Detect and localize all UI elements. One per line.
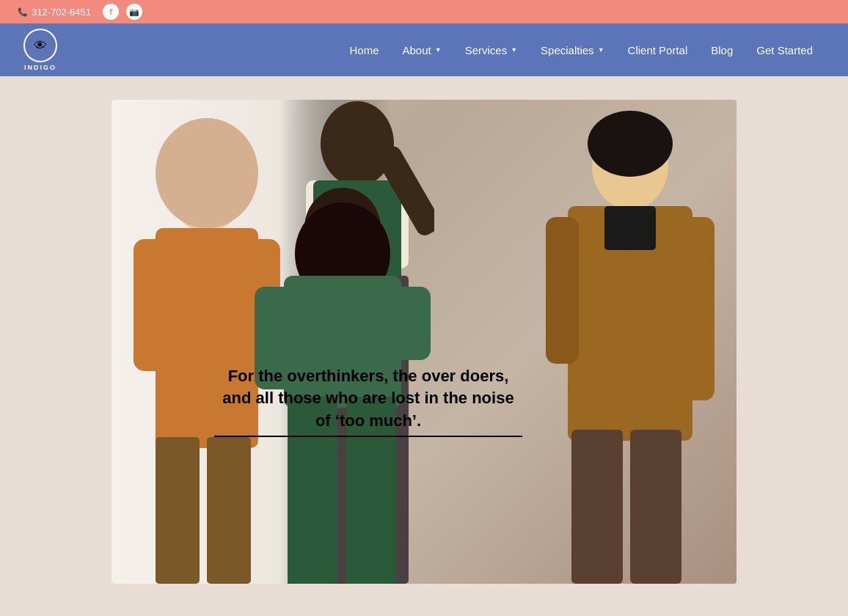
svg-rect-23	[546, 217, 579, 364]
svg-point-1	[156, 118, 258, 228]
nav-get-started[interactable]: Get Started	[745, 23, 825, 76]
nav-about[interactable]: About ▼	[391, 23, 453, 76]
svg-rect-27	[630, 430, 681, 584]
svg-rect-17	[390, 287, 431, 360]
navbar: 👁 INDIGO Home About ▼ Services ▼ Special…	[0, 23, 848, 76]
hero-headline: For the overthinkers, the over doers, an…	[214, 365, 522, 437]
hero-text-overlay: For the overthinkers, the over doers, an…	[214, 365, 522, 437]
svg-rect-26	[571, 430, 623, 584]
svg-rect-6	[207, 437, 251, 584]
nav-client-portal[interactable]: Client Portal	[616, 23, 700, 76]
nav-home[interactable]: Home	[337, 23, 390, 76]
specialties-chevron-icon: ▼	[598, 46, 604, 54]
person-4-silhouette	[546, 100, 714, 584]
services-chevron-icon: ▼	[511, 46, 517, 54]
instagram-icon[interactable]: 📷	[126, 4, 142, 20]
logo-text: INDIGO	[24, 64, 56, 71]
logo[interactable]: 👁 INDIGO	[23, 29, 57, 71]
svg-rect-24	[681, 217, 714, 400]
nav-services[interactable]: Services ▼	[453, 23, 529, 76]
svg-rect-5	[156, 437, 200, 584]
hero-section: For the overthinkers, the over doers, an…	[0, 76, 848, 616]
svg-rect-25	[604, 206, 656, 250]
top-bar: 312-702-6451 f 📷	[0, 0, 848, 23]
about-chevron-icon: ▼	[435, 46, 442, 54]
nav-specialties[interactable]: Specialties ▼	[529, 23, 615, 76]
logo-circle: 👁	[23, 29, 57, 62]
hero-image: For the overthinkers, the over doers, an…	[112, 100, 736, 584]
nav-blog[interactable]: Blog	[699, 23, 745, 76]
svg-point-21	[588, 111, 673, 177]
logo-eye-icon: 👁	[34, 38, 47, 54]
facebook-icon[interactable]: f	[103, 4, 119, 20]
phone-number[interactable]: 312-702-6451	[18, 7, 91, 18]
svg-rect-3	[134, 239, 170, 371]
social-icons-group: f 📷	[103, 4, 142, 20]
nav-links: Home About ▼ Services ▼ Specialties ▼ Cl…	[337, 23, 825, 76]
